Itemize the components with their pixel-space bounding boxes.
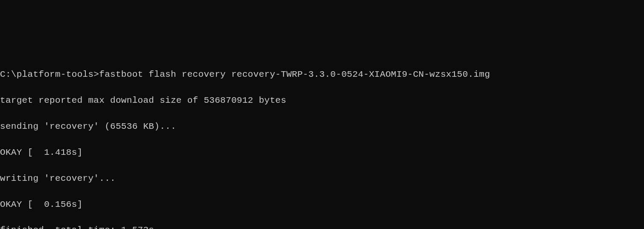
terminal-line-finished-flash: finished. total time: 1.573s [0,224,644,229]
terminal-line-prompt-flash: C:\platform-tools>fastboot flash recover… [0,68,644,81]
terminal-line-target-size: target reported max download size of 536… [0,94,644,107]
terminal-output[interactable]: C:\platform-tools>fastboot flash recover… [0,55,644,229]
terminal-line-writing: writing 'recovery'... [0,172,644,185]
terminal-line-sending: sending 'recovery' (65536 KB)... [0,120,644,133]
terminal-line-okay-write: OKAY [ 0.156s] [0,198,644,211]
terminal-line-okay-send: OKAY [ 1.418s] [0,146,644,159]
